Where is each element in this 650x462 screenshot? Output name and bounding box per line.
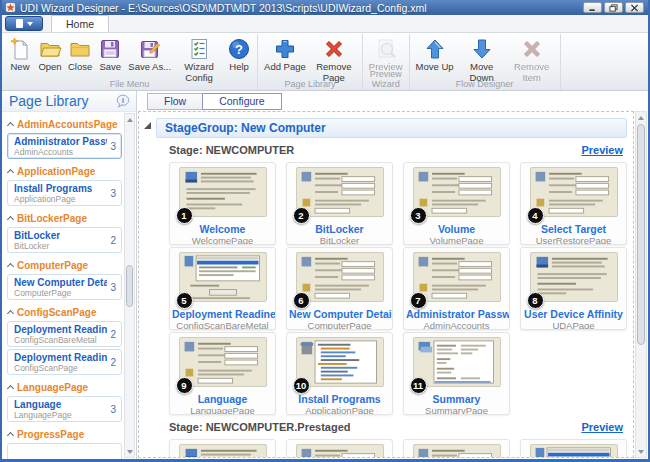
page-title: Volume — [404, 224, 509, 235]
app-icon — [5, 2, 16, 13]
page-library-item-subtitle: LanguagePage — [14, 410, 72, 420]
page-library-group-header[interactable]: BitLockerPage — [8, 212, 121, 225]
wizard-page-card[interactable]: 1 Welcome WelcomePage — [169, 162, 276, 245]
wizard-page-card[interactable]: 6 New Computer Details ComputerPage — [286, 247, 393, 330]
info-button[interactable]: i — [115, 94, 132, 109]
wizard-config-button[interactable]: Wizard Config — [174, 35, 224, 83]
page-library-groups: AdminAccountsPage Administrator Password… — [7, 118, 122, 459]
tab-flow[interactable]: Flow — [147, 93, 202, 110]
scroll-up-icon[interactable] — [636, 112, 646, 123]
stage-name: Stage: NEWCOMPUTER.Prestaged — [169, 421, 581, 433]
wizard-page-card[interactable]: 3 Volume VolumePage — [403, 162, 510, 245]
scroll-up-icon[interactable] — [125, 114, 134, 125]
page-thumbnail-image — [413, 167, 501, 217]
save-icon — [98, 37, 122, 61]
page-library-item[interactable]: Language LanguagePage 3 — [7, 396, 122, 422]
move-down-button[interactable]: Move Down — [457, 35, 507, 83]
page-library-list: AdminAccountsPage Administrator Password… — [2, 112, 136, 459]
wizard-page-card[interactable]: 7 Administrator Passw... AdminAccounts — [403, 247, 510, 330]
page-library-group-header[interactable]: ApplicationPage — [8, 165, 121, 178]
flow-panel-content: StageGroup: New Computer Stage: NEWCOMPU… — [138, 111, 634, 458]
new-button[interactable]: New — [5, 35, 35, 73]
tab-configure[interactable]: Configure — [202, 93, 282, 110]
scroll-down-icon[interactable] — [636, 446, 646, 457]
help-button[interactable]: ? Help — [224, 35, 254, 73]
page-title: BitLocker — [287, 224, 392, 235]
wizard-page-card[interactable]: 8 User Device Affinity UDAPage — [520, 247, 627, 330]
close-button[interactable]: Close — [65, 35, 95, 73]
scroll-down-icon[interactable] — [125, 446, 134, 457]
page-library-group-header[interactable]: ConfigScanPage — [8, 306, 121, 319]
stage-group-expander-icon[interactable] — [144, 122, 151, 129]
minimize-button[interactable] — [583, 2, 602, 13]
info-bubble-icon: i — [115, 94, 132, 108]
page-library-item-title: Install Programs — [14, 183, 92, 194]
flow-panel: StageGroup: New Computer Stage: NEWCOMPU… — [138, 111, 647, 458]
restore-button[interactable] — [604, 2, 623, 13]
wizard-page-card[interactable]: 9 Language LanguagePage — [169, 332, 276, 415]
close-button[interactable] — [625, 2, 644, 13]
remove-page-button[interactable]: Remove Page — [309, 35, 359, 83]
page-library-item-count: 3 — [107, 141, 116, 152]
page-library-item[interactable]: Install Programs ApplicationPage 3 — [7, 180, 122, 206]
page-library-item-subtitle: ConfigScanPage — [14, 363, 107, 373]
wizard-page-card[interactable] — [169, 439, 276, 458]
wizard-page-card[interactable]: 4 Select Target UserRestorePage — [520, 162, 627, 245]
stage-group-header[interactable]: StageGroup: New Computer — [156, 118, 627, 138]
save-as-button[interactable]: Save As... — [125, 35, 174, 73]
page-library-item[interactable]: BitLocker BitLocker 2 — [7, 227, 122, 253]
sidebar-scroll-thumb[interactable] — [126, 265, 133, 307]
main-scrollbar[interactable] — [635, 111, 647, 458]
save-button[interactable]: Save — [95, 35, 125, 73]
tab-home[interactable]: Home — [51, 15, 109, 32]
page-library-panel: Page Library i AdminAccountsPage Adminis… — [2, 91, 137, 459]
ribbon-button-label: Move Up — [416, 62, 454, 73]
collapse-chevron-icon — [7, 122, 14, 129]
ribbon-group-label: File Menu — [2, 79, 257, 90]
page-library-group-header[interactable]: AdminAccountsPage — [8, 118, 121, 131]
add-page-button[interactable]: Add Page — [261, 35, 309, 73]
ribbon-group: Add Page Remove Page Page Library — [258, 34, 363, 90]
ribbon-button-label: Save As... — [128, 62, 171, 73]
wizard-page-card[interactable]: 11 Summary SummaryPage — [403, 332, 510, 415]
wizard-page-card[interactable] — [403, 439, 510, 458]
page-library-item[interactable]: Administrator Password AdminAccounts 3 — [7, 133, 122, 159]
main-scroll-thumb[interactable] — [637, 124, 645, 345]
page-library-group-header[interactable]: ProgressPage — [8, 428, 121, 441]
page-library-item[interactable]: Deployment Readiness ConfigScanBareMetal… — [7, 321, 122, 347]
sidebar-scrollbar[interactable] — [124, 113, 135, 458]
move-up-button[interactable]: Move Up — [413, 35, 457, 73]
page-library-group-header[interactable]: ComputerPage — [8, 259, 121, 272]
page-title: New Computer Details — [287, 309, 392, 320]
page-title: Administrator Passw... — [404, 309, 509, 320]
page-library-item-subtitle: BitLocker — [14, 241, 60, 251]
page-library-group-name: ComputerPage — [17, 260, 88, 271]
wizard-page-card[interactable] — [286, 439, 393, 458]
wizard-page-card[interactable]: 5 Deployment Readiness ConfigScanBareMet… — [169, 247, 276, 330]
page-library-item[interactable]: Deployment Readiness ConfigScanPage 2 — [7, 349, 122, 375]
app-menu-button[interactable] — [5, 16, 43, 31]
page-library-item[interactable]: New Computer Details ComputerPage 3 — [7, 274, 122, 300]
stage-preview-link[interactable]: Preview — [581, 144, 623, 156]
wizard-page-card[interactable]: 2 BitLocker BitLocker — [286, 162, 393, 245]
wizard-config-icon — [187, 37, 211, 61]
wizard-page-card[interactable]: 10 Install Programs ApplicationPage — [286, 332, 393, 415]
page-type: WelcomePage — [170, 236, 275, 245]
page-library-item-title: Deployment Readiness — [14, 352, 107, 363]
page-library-group-name: ApplicationPage — [17, 166, 95, 177]
ribbon-button-label: New — [10, 62, 29, 73]
page-library-item[interactable] — [7, 443, 122, 459]
page-library-group-header[interactable]: LanguagePage — [8, 381, 121, 394]
ribbon-group-label: Preview Wizard — [363, 69, 409, 90]
collapse-chevron-icon — [7, 216, 14, 223]
page-type: ComputerPage — [287, 321, 392, 330]
page-library-title: Page Library — [9, 93, 115, 109]
page-title: Select Target — [521, 224, 626, 235]
page-library-group-name: ProgressPage — [17, 429, 84, 440]
open-button[interactable]: Open — [35, 35, 65, 73]
wizard-page-card[interactable] — [520, 439, 627, 458]
window-title: UDI Wizard Designer - E:\Sources\OSD\MDT… — [20, 2, 579, 14]
preview-button: Preview — [366, 35, 406, 73]
stage-preview-link[interactable]: Preview — [581, 421, 623, 433]
collapse-chevron-icon — [7, 432, 14, 439]
